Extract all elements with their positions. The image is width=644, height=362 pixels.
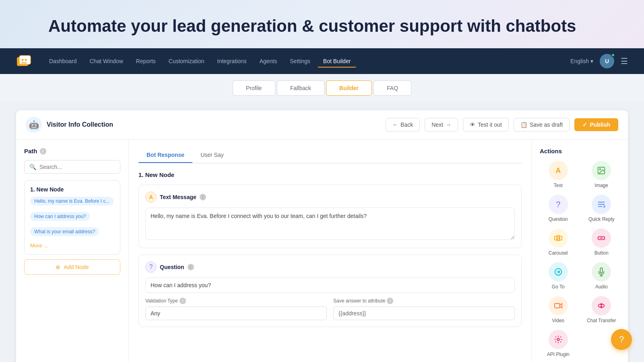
action-carousel[interactable]: Carousel (540, 228, 577, 256)
back-button[interactable]: ← Back (386, 118, 420, 132)
node-tag-0: Hello, my name is Eva. Before I c... (30, 197, 114, 206)
path-title: Path i (24, 148, 120, 154)
apiplugin-action-icon (549, 330, 568, 349)
node-tag-1: How can I address you? (30, 212, 90, 221)
action-audio[interactable]: Audio (583, 262, 620, 290)
nav-customization[interactable]: Customization (163, 55, 210, 68)
action-quickreply[interactable]: Quick Reply (583, 195, 620, 222)
svg-point-6 (600, 169, 601, 170)
sub-tabs: Profile Fallback Builder FAQ (0, 74, 644, 102)
node-tag-row-1: How can I address you? (30, 212, 114, 225)
quickreply-action-icon (592, 195, 611, 214)
save-answer-input[interactable] (333, 306, 515, 320)
question-input[interactable] (145, 278, 515, 293)
nav-reports[interactable]: Reports (130, 55, 161, 68)
next-button[interactable]: Next → (425, 118, 458, 132)
text-message-info-icon: i (200, 194, 206, 200)
bot-header: 🤖 Visitor Info Collection ← Back Next → … (16, 110, 628, 140)
node-card-title: 1. New Node (30, 186, 114, 193)
draft-icon: 📋 (520, 121, 527, 128)
validation-type-select[interactable]: Any (145, 306, 327, 320)
action-text[interactable]: A Text (540, 161, 577, 188)
eye-icon: 👁 (470, 121, 475, 128)
fab-help-button[interactable]: ? (611, 329, 632, 350)
text-message-block: A Text Message i Hello, my name is Eva. … (138, 185, 522, 248)
validation-info-icon: i (180, 298, 186, 304)
more-link[interactable]: More ... (30, 243, 114, 249)
image-action-icon (592, 161, 611, 180)
save-draft-button[interactable]: 📋 Save as draft (514, 118, 570, 132)
hamburger-icon[interactable]: ☰ (621, 56, 628, 66)
text-message-label: Text Message (160, 194, 196, 200)
add-node-button[interactable]: ⊕ Add Node (24, 259, 120, 275)
action-apiplugin-label: API Plugin (547, 352, 570, 357)
middle-panel: Bot Response User Say 1. New Node A Text… (129, 140, 531, 362)
svg-point-23 (557, 339, 559, 341)
question-icon: ? (145, 261, 157, 273)
left-panel-path: Path i 🔍 1. New Node Hello, my name is E… (16, 140, 129, 362)
test-button[interactable]: 👁 Test it out (463, 118, 509, 132)
action-question-label: Question (549, 216, 568, 222)
audio-action-icon (592, 262, 611, 282)
tab-fallback[interactable]: Fallback (277, 80, 324, 96)
action-video-label: Video (552, 318, 564, 323)
action-chattransfer[interactable]: Chat Transfer (583, 296, 620, 323)
bot-icon: 🤖 (26, 117, 42, 133)
node-tag-row-2: What is your email address? (30, 227, 114, 240)
nav-chatwindow[interactable]: Chat Window (84, 55, 129, 68)
nav-items: Dashboard Chat Window Reports Customizat… (43, 55, 570, 68)
avatar[interactable]: U (600, 54, 614, 68)
tab-faq[interactable]: FAQ (374, 80, 411, 96)
nav-integrations[interactable]: Integrations (212, 55, 252, 68)
hero-title: Automate your lead generation & customer… (48, 16, 596, 36)
tab-bot-response[interactable]: Bot Response (138, 148, 192, 163)
chevron-down-icon: ▾ (590, 58, 593, 64)
action-image[interactable]: Image (583, 161, 620, 188)
svg-point-3 (25, 59, 27, 61)
content-card: 🤖 Visitor Info Collection ← Back Next → … (16, 110, 628, 362)
save-answer-label: Save answer to attribute i (333, 298, 515, 304)
search-input[interactable] (39, 164, 115, 170)
node-card: 1. New Node Hello, my name is Eva. Befor… (24, 180, 120, 255)
action-button[interactable]: Button (583, 228, 620, 256)
nav-dashboard[interactable]: Dashboard (43, 55, 83, 68)
language-selector[interactable]: English ▾ (570, 58, 593, 64)
action-question[interactable]: ? Question (540, 195, 577, 222)
publish-button[interactable]: ✓ Publish (574, 118, 618, 131)
carousel-action-icon (549, 228, 568, 248)
nav-agents[interactable]: Agents (254, 55, 283, 68)
response-tabs: Bot Response User Say (138, 148, 522, 163)
fab-help-icon: ? (619, 334, 624, 345)
search-box[interactable]: 🔍 (24, 160, 120, 174)
svg-rect-4 (21, 62, 27, 64)
action-apiplugin[interactable]: API Plugin (540, 330, 577, 357)
action-chattransfer-label: Chat Transfer (587, 318, 616, 323)
text-message-textarea[interactable]: Hello, my name is Eva. Before I connect … (145, 208, 515, 240)
question-info-icon: i (188, 264, 194, 270)
back-arrow-icon: ← (392, 121, 398, 128)
plus-icon: ⊕ (56, 264, 60, 270)
main-content: 🤖 Visitor Info Collection ← Back Next → … (0, 102, 644, 362)
text-action-icon: A (549, 161, 568, 180)
tab-user-say[interactable]: User Say (192, 148, 232, 163)
tab-profile[interactable]: Profile (233, 80, 275, 96)
validation-type-group: Validation Type i Any (145, 298, 327, 320)
save-answer-group: Save answer to attribute i (333, 298, 515, 320)
actions-title: Actions (540, 148, 620, 154)
tab-builder[interactable]: Builder (326, 80, 372, 96)
action-text-label: Text (554, 183, 563, 188)
action-video[interactable]: Video (540, 296, 577, 323)
node-tag-row-0: Hello, my name is Eva. Before I c... (30, 197, 114, 210)
save-info-icon: i (387, 298, 393, 304)
nav-settings[interactable]: Settings (284, 55, 316, 68)
nav-botbuilder[interactable]: Bot Builder (318, 55, 356, 68)
button-action-icon (592, 228, 611, 248)
svg-point-20 (599, 304, 601, 307)
next-arrow-icon: → (446, 121, 451, 128)
question-form-row: Validation Type i Any Save answer to att… (145, 298, 515, 320)
action-carousel-label: Carousel (549, 250, 568, 256)
action-goto[interactable]: Go To (540, 262, 577, 290)
nav-right: English ▾ U ☰ (570, 54, 628, 68)
action-goto-label: Go To (552, 284, 565, 290)
text-message-icon: A (145, 191, 157, 203)
